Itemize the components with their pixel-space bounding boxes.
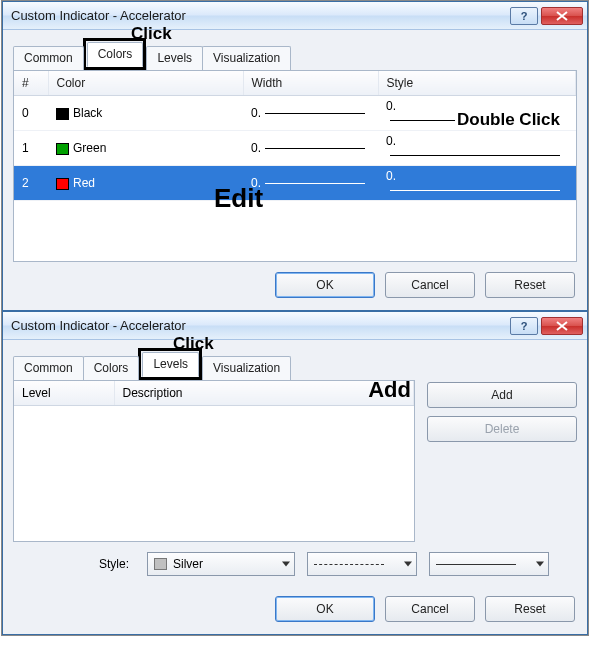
dialog-colors: Custom Indicator - Accelerator ? Click C…: [2, 1, 588, 311]
anno-edit: Edit: [214, 183, 263, 214]
titlebar[interactable]: Custom Indicator - Accelerator ?: [3, 2, 587, 30]
style-label: Style:: [15, 557, 135, 571]
col-style[interactable]: Style: [378, 71, 576, 96]
levels-panel: Level Description Add Delete: [13, 380, 577, 542]
width-line: [265, 148, 365, 149]
table-row[interactable]: 1 Green 0. 0.: [14, 131, 576, 166]
highlight-levels-tab: Levels: [138, 348, 202, 380]
style-line: [390, 190, 560, 191]
col-color[interactable]: Color: [48, 71, 243, 96]
tab-colors[interactable]: Colors: [83, 356, 140, 380]
tab-common[interactable]: Common: [13, 46, 84, 70]
tab-visualization[interactable]: Visualization: [202, 46, 291, 70]
chevron-down-icon: [282, 562, 290, 567]
titlebar[interactable]: Custom Indicator - Accelerator ?: [3, 312, 587, 340]
close-button[interactable]: [541, 7, 583, 25]
table-row-selected[interactable]: 2 Red 0. 0.: [14, 166, 576, 201]
colors-panel: # Color Width Style 0 Black 0. 0.: [13, 70, 577, 262]
style-width-combo[interactable]: [429, 552, 549, 576]
tab-visualization[interactable]: Visualization: [202, 356, 291, 380]
highlight-colors-tab: Colors: [83, 38, 147, 70]
col-width[interactable]: Width: [243, 71, 378, 96]
style-dash-combo[interactable]: [307, 552, 417, 576]
tab-colors[interactable]: Colors: [87, 42, 144, 67]
chevron-down-icon: [536, 562, 544, 567]
add-button[interactable]: Add: [427, 382, 577, 408]
levels-list[interactable]: Level Description: [13, 380, 415, 542]
style-row: Style: Silver: [13, 542, 577, 586]
dash-line-icon: [314, 564, 384, 565]
dialog-levels: Custom Indicator - Accelerator ? Click C…: [2, 311, 588, 635]
style-color-combo[interactable]: Silver: [147, 552, 295, 576]
col-level[interactable]: Level: [14, 381, 114, 406]
close-button[interactable]: [541, 317, 583, 335]
ok-button[interactable]: OK: [275, 272, 375, 298]
button-row: OK Cancel Reset: [13, 262, 577, 300]
tab-levels[interactable]: Levels: [146, 46, 203, 70]
tab-levels[interactable]: Levels: [142, 352, 199, 377]
ok-button[interactable]: OK: [275, 596, 375, 622]
chevron-down-icon: [404, 562, 412, 567]
cancel-button[interactable]: Cancel: [385, 272, 475, 298]
anno-add: Add: [368, 377, 411, 403]
tab-strip: Common Colors Levels Visualization: [13, 38, 577, 70]
col-num[interactable]: #: [14, 71, 48, 96]
color-swatch-black: [56, 108, 69, 120]
color-swatch-red: [56, 178, 69, 190]
help-button[interactable]: ?: [510, 7, 538, 25]
colors-table[interactable]: # Color Width Style 0 Black 0. 0.: [14, 71, 576, 201]
silver-swatch-icon: [154, 558, 167, 570]
width-line: [265, 113, 365, 114]
window-title: Custom Indicator - Accelerator: [11, 8, 507, 23]
reset-button[interactable]: Reset: [485, 596, 575, 622]
reset-button[interactable]: Reset: [485, 272, 575, 298]
delete-button: Delete: [427, 416, 577, 442]
tab-strip: Common Colors Levels Visualization: [13, 348, 577, 380]
solid-line-icon: [436, 564, 516, 565]
help-button[interactable]: ?: [510, 317, 538, 335]
color-swatch-green: [56, 143, 69, 155]
width-line: [265, 183, 365, 184]
style-line: [390, 155, 560, 156]
levels-buttons: Add Delete: [427, 380, 577, 542]
anno-double-click: Double Click: [455, 110, 562, 130]
window-title: Custom Indicator - Accelerator: [11, 318, 507, 333]
button-row: OK Cancel Reset: [13, 586, 577, 624]
cancel-button[interactable]: Cancel: [385, 596, 475, 622]
tab-common[interactable]: Common: [13, 356, 84, 380]
